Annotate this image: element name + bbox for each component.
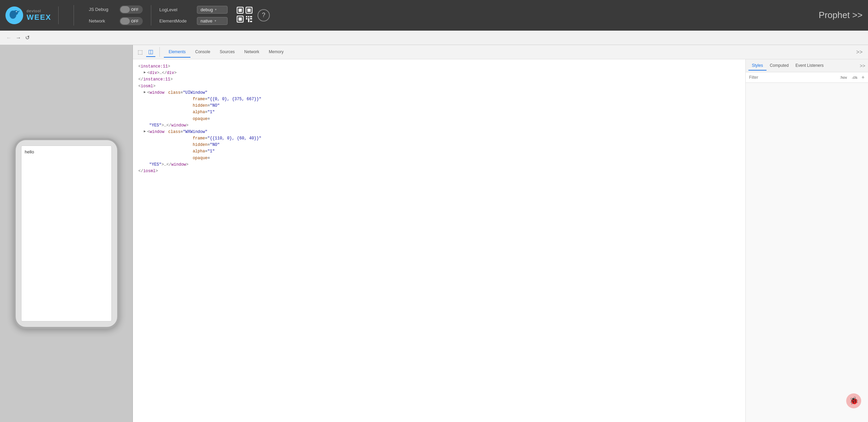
network-row: Network OFF [89, 17, 143, 25]
toolbar: devtool WEEX JS Debug OFF Network OFF Lo… [0, 0, 868, 31]
refresh-button[interactable]: ↺ [23, 33, 32, 42]
code-line: <iosml> [138, 83, 740, 90]
inspector-cursor-button[interactable]: ⬚ [136, 47, 145, 57]
elementmode-arrow-icon: ▾ [215, 19, 216, 22]
logo-weex-label: WEEX [27, 13, 51, 22]
styles-tab-bar: Styles Computed Event Listeners >> [746, 59, 868, 72]
tag-name-instance: instance:11 [141, 63, 168, 70]
svg-rect-17 [250, 21, 252, 22]
svg-rect-6 [238, 9, 242, 12]
dom-icon: ◫ [148, 49, 153, 55]
toolbar-divider-2 [151, 5, 151, 26]
styles-panel: Styles Computed Event Listeners >> [745, 59, 868, 422]
network-label: Network [89, 18, 116, 24]
bracket: < [138, 63, 141, 70]
device-frame: hello [14, 138, 119, 329]
js-debug-row: JS Debug OFF [89, 5, 143, 14]
back-button[interactable]: ← [4, 33, 14, 42]
code-line: <instance:11> [138, 63, 740, 70]
code-line: ▶ <window class="WXWindow" frame="{{110,… [138, 129, 740, 162]
cursor-icon: ⬚ [138, 49, 143, 55]
code-viewer[interactable]: <instance:11> ▶ <div>…</div> </instance:… [133, 59, 745, 422]
network-off-label: OFF [131, 19, 139, 23]
code-line: </iosml> [138, 168, 740, 175]
toggle-knob [120, 6, 130, 13]
svg-rect-14 [246, 18, 247, 19]
qr-code-icon [236, 6, 253, 24]
refresh-icon: ↺ [25, 35, 30, 41]
tabs-more-button[interactable]: >> [853, 48, 865, 57]
expand-arrow-icon[interactable]: ▶ [144, 70, 146, 75]
forward-icon: → [16, 35, 21, 41]
help-icon: ? [262, 12, 265, 19]
svg-rect-11 [246, 16, 247, 17]
devtools-panel: ⬚ ◫ Elements Console Sources Network Mem… [133, 45, 868, 422]
logo-area: devtool WEEX [5, 6, 59, 24]
styles-filter-buttons: :hov .cls [838, 75, 858, 80]
svg-rect-15 [248, 18, 249, 22]
svg-rect-13 [250, 16, 252, 17]
tabs-more-icon: >> [856, 49, 863, 55]
content-area: <instance:11> ▶ <div>…</div> </instance:… [133, 59, 868, 422]
styles-tab-styles[interactable]: Styles [748, 61, 766, 71]
code-line: </instance:11> [138, 76, 740, 83]
elementmode-label: ElementMode [159, 18, 193, 24]
loglevel-label: LogLevel [159, 7, 193, 12]
code-line: "YES">…</window> [138, 122, 740, 129]
toolbar-divider [74, 5, 74, 26]
loglevel-arrow-icon: ▾ [215, 8, 217, 11]
prophet-label: Prophet >> [819, 10, 863, 20]
svg-rect-12 [248, 16, 249, 17]
tab-network[interactable]: Network [239, 47, 264, 58]
cls-button[interactable]: .cls [850, 75, 859, 80]
logo-devtool-label: devtool [27, 9, 51, 13]
forward-button[interactable]: → [14, 33, 23, 42]
svg-rect-8 [247, 9, 251, 12]
tab-elements[interactable]: Elements [164, 47, 190, 58]
weex-logo-icon [5, 6, 23, 24]
svg-rect-16 [250, 18, 252, 19]
qr-code-button[interactable] [236, 6, 253, 25]
toggle-knob-net [120, 18, 130, 25]
loglevel-row: LogLevel debug ▾ [159, 6, 228, 14]
device-screen-text: hello [25, 149, 34, 154]
help-button[interactable]: ? [258, 9, 270, 21]
styles-filter-row: :hov .cls + [746, 72, 868, 83]
toolbar-controls: JS Debug OFF Network OFF [89, 5, 143, 25]
bug-button[interactable]: 🐞 [846, 393, 861, 408]
tab-sources[interactable]: Sources [215, 47, 239, 58]
expand-arrow-icon-2[interactable]: ▶ [144, 90, 146, 95]
elementmode-row: ElementMode native ▾ [159, 17, 228, 25]
styles-content [746, 83, 868, 422]
loglevel-value: debug [201, 7, 213, 12]
elementmode-dropdown[interactable]: native ▾ [197, 17, 228, 25]
bug-icon-symbol: 🐞 [849, 396, 858, 405]
device-screen: hello [21, 146, 112, 321]
tab-bar: ⬚ ◫ Elements Console Sources Network Mem… [133, 45, 868, 59]
tab-memory[interactable]: Memory [264, 47, 288, 58]
elementmode-value: native [201, 18, 213, 24]
styles-filter-input[interactable] [749, 75, 836, 80]
hov-button[interactable]: :hov [838, 75, 848, 80]
expand-arrow-icon-3[interactable]: ▶ [144, 129, 146, 134]
js-debug-toggle[interactable]: OFF [120, 5, 143, 14]
back-icon: ← [6, 35, 12, 41]
inspector-dom-button[interactable]: ◫ [146, 47, 155, 57]
main-area: hello ⬚ ◫ Elements Console Sources [0, 45, 868, 422]
styles-tab-computed[interactable]: Computed [766, 61, 792, 71]
styles-tab-event-listeners[interactable]: Event Listeners [792, 61, 827, 71]
log-controls: LogLevel debug ▾ ElementMode native ▾ [159, 6, 228, 25]
code-line: ▶ <div>…</div> [138, 70, 740, 76]
device-panel: hello [0, 45, 133, 422]
tab-icons: ⬚ ◫ [136, 47, 160, 57]
network-toggle[interactable]: OFF [120, 17, 143, 25]
svg-point-2 [13, 10, 18, 15]
logo-text: devtool WEEX [27, 9, 51, 22]
js-debug-off-label: OFF [131, 7, 139, 12]
loglevel-dropdown[interactable]: debug ▾ [197, 6, 228, 14]
add-style-button[interactable]: + [862, 74, 865, 80]
styles-tabs-more-button[interactable]: >> [860, 63, 865, 69]
js-debug-label: JS Debug [89, 7, 116, 12]
tab-console[interactable]: Console [190, 47, 215, 58]
address-bar: ← → ↺ [0, 31, 868, 45]
